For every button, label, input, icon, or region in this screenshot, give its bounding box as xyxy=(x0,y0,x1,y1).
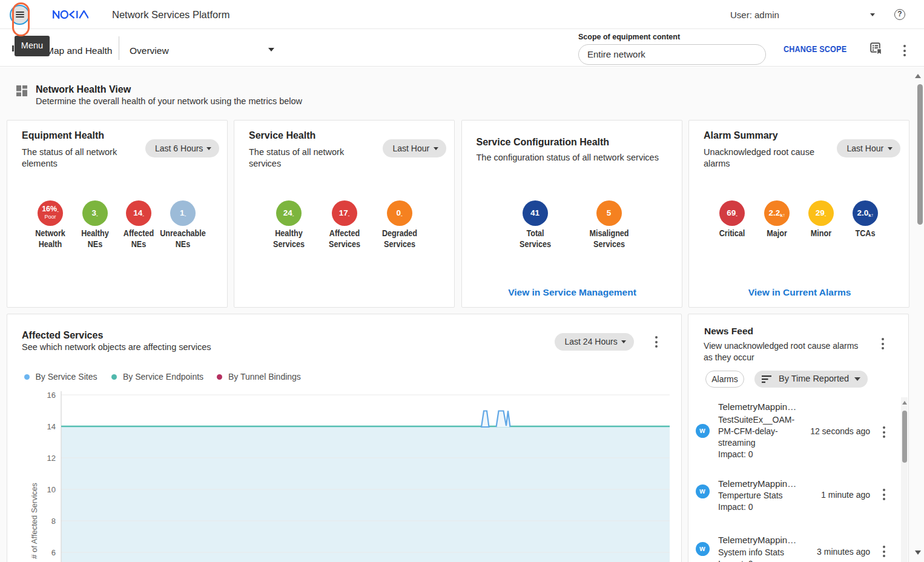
svg-text:# of Affected Services: # of Affected Services xyxy=(30,483,39,559)
svg-text:16: 16 xyxy=(47,391,56,400)
svg-text:6: 6 xyxy=(51,548,56,557)
svg-text:12: 12 xyxy=(47,454,56,463)
svg-text:10: 10 xyxy=(47,485,56,494)
svg-text:8: 8 xyxy=(51,517,56,526)
svg-text:14: 14 xyxy=(47,422,56,431)
